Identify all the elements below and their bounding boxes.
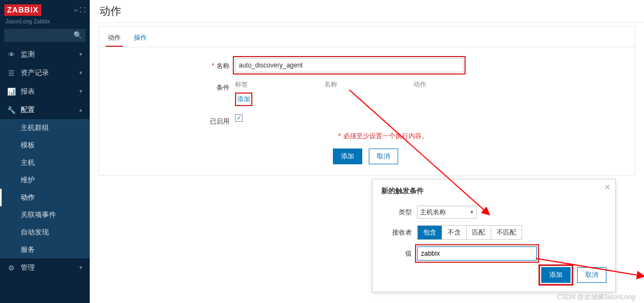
sub-discovery[interactable]: 自动发现 <box>0 224 90 241</box>
enabled-checkbox[interactable]: ✓ <box>235 114 243 122</box>
cancel-button[interactable]: 取消 <box>369 149 398 164</box>
nav-reports[interactable]: 📊 报表 ▼ <box>0 82 90 101</box>
brand-subtitle: JasonLong Zabbix <box>0 17 90 29</box>
enabled-label: 已启用 <box>210 118 230 125</box>
add-condition-link[interactable]: 添加 <box>235 92 252 106</box>
nav-inventory[interactable]: ☰ 资产记录 ▼ <box>0 64 90 82</box>
nav-label: 监测 <box>21 50 35 59</box>
sub-correlation[interactable]: 关联项事件 <box>0 206 90 224</box>
tab-operation[interactable]: 操作 <box>132 30 149 47</box>
search-icon: 🔍 <box>73 31 82 39</box>
form-buttons: 添加 取消 <box>197 149 624 164</box>
conditions-header: 标签 名称 动作 <box>235 80 426 89</box>
nav-label: 管理 <box>21 263 35 273</box>
sub-actions[interactable]: 动作 <box>0 189 90 206</box>
chevron-down-icon: ▼ <box>78 265 83 270</box>
eye-icon: 👁 <box>7 51 16 59</box>
list-icon: ☰ <box>7 69 16 77</box>
nav-administration[interactable]: ⚙ 管理 ▼ <box>0 258 90 277</box>
modal-value-label: 值 <box>381 249 412 258</box>
modal-submit-button[interactable]: 添加 <box>541 267 571 283</box>
chart-icon: 📊 <box>7 88 16 96</box>
op-match[interactable]: 匹配 <box>466 226 491 239</box>
row-enabled: 已启用 ✓ <box>197 114 624 126</box>
chevron-down-icon: ▼ <box>78 89 83 94</box>
action-form: *名称 条件 标签 名称 动作 添加 已启用 <box>99 47 635 175</box>
modal-cancel-button[interactable]: 取消 <box>577 267 606 283</box>
nav-label: 报表 <box>21 86 35 96</box>
nav-configuration[interactable]: 🔧 配置 ▲ <box>0 101 90 119</box>
page-title: 动作 <box>90 0 644 23</box>
row-conditions: 条件 标签 名称 动作 添加 <box>197 80 624 106</box>
modal-type-label: 类型 <box>381 208 412 217</box>
collapse-icon[interactable]: ‹‹ ⛶ <box>74 7 85 13</box>
chevron-down-icon: ▼ <box>469 209 474 215</box>
search-input[interactable]: 🔍 <box>4 29 85 42</box>
tabs: 动作 操作 <box>99 27 635 47</box>
row-name: *名称 <box>197 58 624 72</box>
modal-title: 新的触发条件 <box>381 186 606 196</box>
col-name: 名称 <box>324 80 337 89</box>
op-not-match[interactable]: 不匹配 <box>491 226 522 239</box>
tab-action[interactable]: 动作 <box>106 30 123 47</box>
gear-icon: ⚙ <box>7 264 16 272</box>
submit-button[interactable]: 添加 <box>333 149 362 164</box>
op-not-contains[interactable]: 不含 <box>442 226 466 239</box>
main-content: 动作 动作 操作 *名称 条件 标签 名称 动作 <box>90 0 644 303</box>
value-input[interactable] <box>417 246 537 261</box>
sub-hosts[interactable]: 主机 <box>0 154 90 171</box>
modal-operator-label: 接收者 <box>381 228 412 237</box>
type-value: 主机名称 <box>420 208 446 217</box>
operator-segmented: 包含 不含 匹配 不匹配 <box>417 225 522 240</box>
col-action: 动作 <box>413 80 426 89</box>
new-condition-modal: ✕ 新的触发条件 类型 主机名称 ▼ 接收者 包含 不含 匹配 不匹配 <box>372 179 616 292</box>
sidebar: ZABBIX ‹‹ ⛶ JasonLong Zabbix 🔍 👁 监测 ▼ ☰ … <box>0 0 90 303</box>
nav-label: 配置 <box>21 105 35 115</box>
required-message: *必须至少设置一个执行内容。 <box>197 132 624 141</box>
wrench-icon: 🔧 <box>7 106 16 114</box>
nav-config-subitems: 主机群组 模板 主机 维护 动作 关联项事件 自动发现 服务 <box>0 119 90 258</box>
sub-services[interactable]: 服务 <box>0 241 90 258</box>
action-panel: 动作 操作 *名称 条件 标签 名称 动作 添加 <box>98 26 635 176</box>
chevron-down-icon: ▼ <box>78 52 83 57</box>
col-tag: 标签 <box>235 80 248 89</box>
sub-host-groups[interactable]: 主机群组 <box>0 119 90 137</box>
type-select[interactable]: 主机名称 ▼ <box>417 206 477 219</box>
logo[interactable]: ZABBIX <box>4 4 41 16</box>
sub-maintenance[interactable]: 维护 <box>0 171 90 189</box>
chevron-up-icon: ▲ <box>78 107 83 113</box>
name-label: 名称 <box>216 62 230 70</box>
conditions-label: 条件 <box>216 84 230 91</box>
watermark: CSDN @攻城狮JasonLong <box>557 293 635 302</box>
close-icon[interactable]: ✕ <box>604 183 611 191</box>
name-input[interactable] <box>235 58 463 72</box>
sub-templates[interactable]: 模板 <box>0 137 90 154</box>
search-wrap: 🔍 <box>0 29 90 45</box>
logo-row: ZABBIX ‹‹ ⛶ <box>0 0 90 17</box>
nav-monitoring[interactable]: 👁 监测 ▼ <box>0 45 90 64</box>
chevron-down-icon: ▼ <box>78 70 83 76</box>
op-contains[interactable]: 包含 <box>418 226 442 239</box>
nav-label: 资产记录 <box>21 68 49 78</box>
